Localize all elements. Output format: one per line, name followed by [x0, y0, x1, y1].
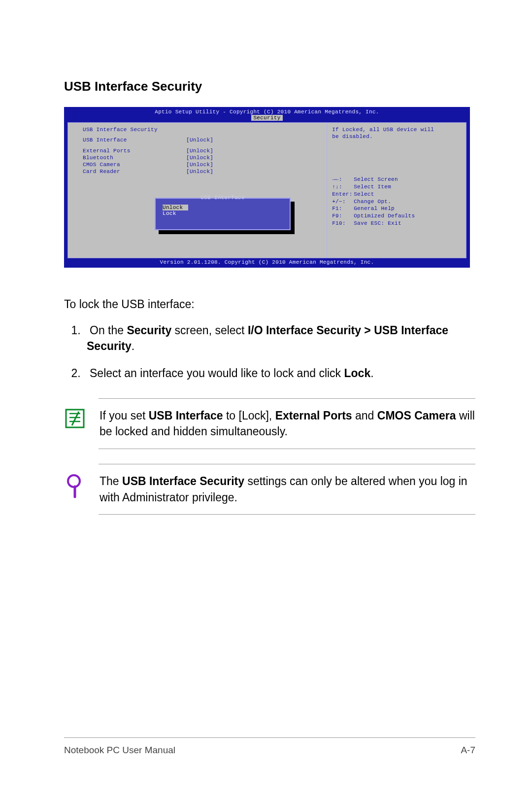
step-2: Select an interface you would like to lo…: [84, 365, 475, 382]
bios-section-title: USB Interface Security: [68, 123, 327, 137]
bios-key-desc: Select Item: [354, 183, 391, 191]
bios-key: +/−:: [332, 198, 354, 206]
bold-text: USB Interface: [149, 409, 223, 422]
bios-help-keys: →←:Select Screen ↑↓:Select Item Enter:Se…: [332, 176, 461, 227]
bios-key-desc: Save ESC: Exit: [354, 220, 401, 227]
text: If you set: [100, 409, 149, 422]
intro-text: To lock the USB interface:: [64, 296, 475, 313]
bios-row-value: [Unlock]: [186, 162, 213, 168]
bios-key: F1:: [332, 205, 354, 212]
bold-text: External Ports: [275, 409, 352, 422]
bold-text: USB Interface Security: [122, 475, 244, 488]
text: On the: [90, 324, 127, 337]
bold-text: Security: [127, 324, 171, 337]
bios-help-line: If Locked, all USB device will: [332, 127, 461, 134]
note-icon: [63, 408, 87, 429]
bios-key: F10:: [332, 220, 354, 227]
bios-key-desc: Change Opt.: [354, 198, 391, 206]
bios-key: →←:: [332, 176, 354, 183]
bios-row-value: [Unlock]: [186, 137, 213, 143]
bios-screenshot: Aptio Setup Utility - Copyright (C) 2010…: [64, 107, 470, 268]
magnifier-icon: [63, 473, 87, 499]
bios-popup-item-unlock[interactable]: Unlock: [163, 205, 188, 210]
bios-row-bluetooth[interactable]: Bluetooth [Unlock]: [68, 154, 327, 161]
bios-key: ↑↓:: [332, 183, 354, 191]
bios-key-desc: Optimized Defaults: [354, 212, 415, 220]
bios-key: Enter:: [332, 191, 354, 198]
bios-row-label: Card Reader: [83, 169, 186, 174]
footer-left: Notebook PC User Manual: [64, 745, 175, 756]
step-1: On the Security screen, select I/O Inter…: [84, 322, 475, 354]
bios-key-desc: Select: [354, 191, 374, 198]
bios-row-usb-interface[interactable]: USB Interface [Unlock]: [68, 137, 327, 143]
text: The: [100, 475, 122, 488]
text: .: [132, 340, 134, 352]
bios-tab-bar: Security: [65, 115, 469, 122]
text: to [Lock],: [223, 409, 275, 422]
bios-row-label: CMOS Camera: [83, 162, 186, 168]
footer-right: A-7: [461, 745, 475, 756]
note-info-2: The USB Interface Security settings can …: [99, 464, 475, 515]
svg-point-4: [68, 475, 80, 487]
bios-row-cmos-camera[interactable]: CMOS Camera [Unlock]: [68, 161, 327, 168]
bios-key: F9:: [332, 212, 354, 220]
note-text: If you set USB Interface to [Lock], Exte…: [100, 408, 475, 440]
bios-help-text: If Locked, all USB device will be disabl…: [332, 127, 461, 174]
bios-row-external-ports[interactable]: External Ports [Unlock]: [68, 147, 327, 154]
bios-row-label: USB Interface: [83, 137, 186, 143]
steps-list: On the Security screen, select I/O Inter…: [64, 322, 475, 382]
bios-help-panel: If Locked, all USB device will be disabl…: [327, 123, 466, 258]
bios-row-value: [Unlock]: [186, 155, 213, 161]
text: .: [370, 367, 373, 380]
bios-help-line: be disabled.: [332, 134, 461, 140]
bios-row-value: [Unlock]: [186, 169, 213, 174]
bios-key-desc: Select Screen: [354, 176, 398, 183]
page-footer: Notebook PC User Manual A-7: [64, 737, 475, 756]
bios-title: Aptio Setup Utility - Copyright (C) 2010…: [65, 107, 469, 115]
text: screen, select: [171, 324, 248, 337]
bios-popup-usb-interface: USB Interface Unlock Lock: [155, 198, 291, 230]
note-info-1: If you set USB Interface to [Lock], Exte…: [99, 398, 475, 449]
bios-row-label: External Ports: [83, 148, 186, 154]
section-heading: USB Interface Security: [64, 79, 475, 94]
bios-row-label: Bluetooth: [83, 155, 186, 161]
bold-text: Lock: [344, 367, 371, 380]
bios-tab-security[interactable]: Security: [251, 115, 282, 121]
bios-popup-item-lock[interactable]: Lock: [163, 210, 188, 216]
bios-main-panel: USB Interface Security USB Interface [Un…: [68, 123, 327, 258]
bios-row-value: [Unlock]: [186, 148, 213, 154]
note-text: The USB Interface Security settings can …: [100, 473, 475, 505]
bios-popup-title: USB Interface: [156, 195, 290, 201]
bios-row-card-reader[interactable]: Card Reader [Unlock]: [68, 168, 327, 175]
text: Select an interface you would like to lo…: [90, 367, 344, 380]
bold-text: CMOS Camera: [377, 409, 456, 422]
bios-panel: USB Interface Security USB Interface [Un…: [67, 122, 466, 258]
bios-key-desc: General Help: [354, 205, 395, 212]
bios-footer: Version 2.01.1208. Copyright (C) 2010 Am…: [65, 258, 469, 267]
text: and: [352, 409, 377, 422]
